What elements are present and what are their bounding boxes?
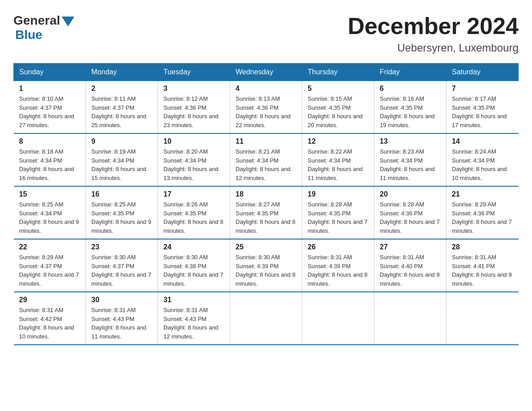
day-number: 26 bbox=[308, 243, 369, 251]
day-info: Sunrise: 8:25 AMSunset: 4:34 PMDaylight:… bbox=[19, 201, 79, 234]
calendar-week-row: 1 Sunrise: 8:10 AMSunset: 4:37 PMDayligh… bbox=[14, 81, 519, 134]
day-number: 4 bbox=[236, 85, 296, 93]
table-row: 1 Sunrise: 8:10 AMSunset: 4:37 PMDayligh… bbox=[14, 81, 86, 134]
table-row: 9 Sunrise: 8:19 AMSunset: 4:34 PMDayligh… bbox=[86, 133, 158, 186]
table-row: 11 Sunrise: 8:21 AMSunset: 4:34 PMDaylig… bbox=[230, 133, 302, 186]
logo-triangle-icon bbox=[62, 17, 74, 26]
day-info: Sunrise: 8:31 AMSunset: 4:42 PMDaylight:… bbox=[19, 307, 74, 340]
day-info: Sunrise: 8:10 AMSunset: 4:37 PMDaylight:… bbox=[19, 95, 74, 128]
table-row: 5 Sunrise: 8:15 AMSunset: 4:35 PMDayligh… bbox=[302, 81, 374, 134]
day-info: Sunrise: 8:31 AMSunset: 4:43 PMDaylight:… bbox=[163, 307, 219, 340]
day-info: Sunrise: 8:15 AMSunset: 4:35 PMDaylight:… bbox=[308, 95, 363, 128]
logo-general: General bbox=[13, 13, 60, 28]
table-row bbox=[302, 292, 374, 345]
table-row: 31 Sunrise: 8:31 AMSunset: 4:43 PMDaylig… bbox=[158, 292, 230, 345]
day-info: Sunrise: 8:29 AMSunset: 4:37 PMDaylight:… bbox=[19, 254, 79, 287]
table-row bbox=[374, 292, 446, 345]
header-friday: Friday bbox=[374, 64, 446, 81]
day-number: 30 bbox=[91, 296, 152, 304]
day-info: Sunrise: 8:18 AMSunset: 4:34 PMDaylight:… bbox=[19, 148, 74, 181]
day-number: 24 bbox=[163, 243, 224, 251]
day-number: 15 bbox=[19, 190, 81, 198]
day-number: 9 bbox=[91, 137, 152, 146]
day-info: Sunrise: 8:12 AMSunset: 4:36 PMDaylight:… bbox=[163, 95, 219, 128]
day-info: Sunrise: 8:30 AMSunset: 4:39 PMDaylight:… bbox=[236, 254, 296, 287]
day-number: 7 bbox=[452, 85, 513, 93]
table-row: 24 Sunrise: 8:30 AMSunset: 4:38 PMDaylig… bbox=[158, 239, 230, 292]
day-info: Sunrise: 8:28 AMSunset: 4:36 PMDaylight:… bbox=[380, 201, 440, 234]
table-row: 4 Sunrise: 8:13 AMSunset: 4:36 PMDayligh… bbox=[230, 81, 302, 134]
table-row: 19 Sunrise: 8:28 AMSunset: 4:35 PMDaylig… bbox=[302, 186, 374, 239]
day-number: 31 bbox=[163, 296, 224, 304]
day-number: 25 bbox=[236, 243, 296, 251]
table-row: 16 Sunrise: 8:25 AMSunset: 4:35 PMDaylig… bbox=[86, 186, 158, 239]
table-row: 17 Sunrise: 8:26 AMSunset: 4:35 PMDaylig… bbox=[158, 186, 230, 239]
day-info: Sunrise: 8:16 AMSunset: 4:35 PMDaylight:… bbox=[380, 95, 435, 128]
day-info: Sunrise: 8:26 AMSunset: 4:35 PMDaylight:… bbox=[163, 201, 223, 234]
table-row: 10 Sunrise: 8:20 AMSunset: 4:34 PMDaylig… bbox=[158, 133, 230, 186]
table-row: 3 Sunrise: 8:12 AMSunset: 4:36 PMDayligh… bbox=[158, 81, 230, 134]
day-info: Sunrise: 8:22 AMSunset: 4:34 PMDaylight:… bbox=[308, 148, 363, 181]
calendar-week-row: 22 Sunrise: 8:29 AMSunset: 4:37 PMDaylig… bbox=[14, 239, 519, 292]
table-row: 27 Sunrise: 8:31 AMSunset: 4:40 PMDaylig… bbox=[374, 239, 446, 292]
location-title: Uebersyren, Luxembourg bbox=[348, 42, 519, 54]
day-info: Sunrise: 8:23 AMSunset: 4:34 PMDaylight:… bbox=[380, 148, 435, 181]
header-sunday: Sunday bbox=[14, 64, 86, 81]
day-info: Sunrise: 8:31 AMSunset: 4:40 PMDaylight:… bbox=[380, 254, 440, 287]
table-row: 15 Sunrise: 8:25 AMSunset: 4:34 PMDaylig… bbox=[14, 186, 86, 239]
day-info: Sunrise: 8:27 AMSunset: 4:35 PMDaylight:… bbox=[236, 201, 296, 234]
header-thursday: Thursday bbox=[302, 64, 374, 81]
day-info: Sunrise: 8:20 AMSunset: 4:34 PMDaylight:… bbox=[163, 148, 219, 181]
day-info: Sunrise: 8:21 AMSunset: 4:34 PMDaylight:… bbox=[236, 148, 291, 181]
day-number: 14 bbox=[452, 137, 513, 146]
table-row: 13 Sunrise: 8:23 AMSunset: 4:34 PMDaylig… bbox=[374, 133, 446, 186]
day-number: 23 bbox=[91, 243, 152, 251]
calendar-week-row: 29 Sunrise: 8:31 AMSunset: 4:42 PMDaylig… bbox=[14, 292, 519, 345]
day-number: 5 bbox=[308, 85, 369, 93]
header-saturday: Saturday bbox=[446, 64, 519, 81]
table-row: 29 Sunrise: 8:31 AMSunset: 4:42 PMDaylig… bbox=[14, 292, 86, 345]
day-number: 3 bbox=[163, 85, 224, 93]
table-row: 25 Sunrise: 8:30 AMSunset: 4:39 PMDaylig… bbox=[230, 239, 302, 292]
day-info: Sunrise: 8:11 AMSunset: 4:37 PMDaylight:… bbox=[91, 95, 146, 128]
page-header: General Blue December 2024 Uebersyren, L… bbox=[13, 13, 519, 54]
day-info: Sunrise: 8:19 AMSunset: 4:34 PMDaylight:… bbox=[91, 148, 146, 181]
logo: General Blue bbox=[13, 13, 74, 42]
day-number: 21 bbox=[452, 190, 513, 198]
calendar-week-row: 15 Sunrise: 8:25 AMSunset: 4:34 PMDaylig… bbox=[14, 186, 519, 239]
day-number: 20 bbox=[380, 190, 441, 198]
header-tuesday: Tuesday bbox=[158, 64, 230, 81]
day-number: 10 bbox=[163, 137, 224, 146]
day-info: Sunrise: 8:17 AMSunset: 4:35 PMDaylight:… bbox=[452, 95, 507, 128]
day-number: 13 bbox=[380, 137, 441, 146]
day-number: 2 bbox=[91, 85, 152, 93]
table-row: 2 Sunrise: 8:11 AMSunset: 4:37 PMDayligh… bbox=[86, 81, 158, 134]
logo-blue: Blue bbox=[15, 28, 43, 42]
table-row: 30 Sunrise: 8:31 AMSunset: 4:43 PMDaylig… bbox=[86, 292, 158, 345]
day-number: 22 bbox=[19, 243, 81, 251]
table-row: 23 Sunrise: 8:30 AMSunset: 4:37 PMDaylig… bbox=[86, 239, 158, 292]
day-number: 16 bbox=[91, 190, 152, 198]
day-info: Sunrise: 8:31 AMSunset: 4:41 PMDaylight:… bbox=[452, 254, 512, 287]
day-number: 12 bbox=[308, 137, 369, 146]
day-info: Sunrise: 8:31 AMSunset: 4:39 PMDaylight:… bbox=[308, 254, 368, 287]
table-row bbox=[230, 292, 302, 345]
day-number: 19 bbox=[308, 190, 369, 198]
calendar-week-row: 8 Sunrise: 8:18 AMSunset: 4:34 PMDayligh… bbox=[14, 133, 519, 186]
day-number: 11 bbox=[236, 137, 296, 146]
table-row: 8 Sunrise: 8:18 AMSunset: 4:34 PMDayligh… bbox=[14, 133, 86, 186]
day-info: Sunrise: 8:13 AMSunset: 4:36 PMDaylight:… bbox=[236, 95, 291, 128]
table-row: 12 Sunrise: 8:22 AMSunset: 4:34 PMDaylig… bbox=[302, 133, 374, 186]
day-number: 28 bbox=[452, 243, 513, 251]
table-row: 6 Sunrise: 8:16 AMSunset: 4:35 PMDayligh… bbox=[374, 81, 446, 134]
day-info: Sunrise: 8:25 AMSunset: 4:35 PMDaylight:… bbox=[91, 201, 151, 234]
title-section: December 2024 Uebersyren, Luxembourg bbox=[348, 13, 519, 54]
month-title: December 2024 bbox=[348, 13, 519, 39]
day-number: 8 bbox=[19, 137, 81, 146]
day-number: 17 bbox=[163, 190, 224, 198]
day-number: 6 bbox=[380, 85, 441, 93]
table-row: 28 Sunrise: 8:31 AMSunset: 4:41 PMDaylig… bbox=[446, 239, 519, 292]
day-number: 1 bbox=[19, 85, 81, 93]
header-wednesday: Wednesday bbox=[230, 64, 302, 81]
day-info: Sunrise: 8:29 AMSunset: 4:36 PMDaylight:… bbox=[452, 201, 512, 234]
